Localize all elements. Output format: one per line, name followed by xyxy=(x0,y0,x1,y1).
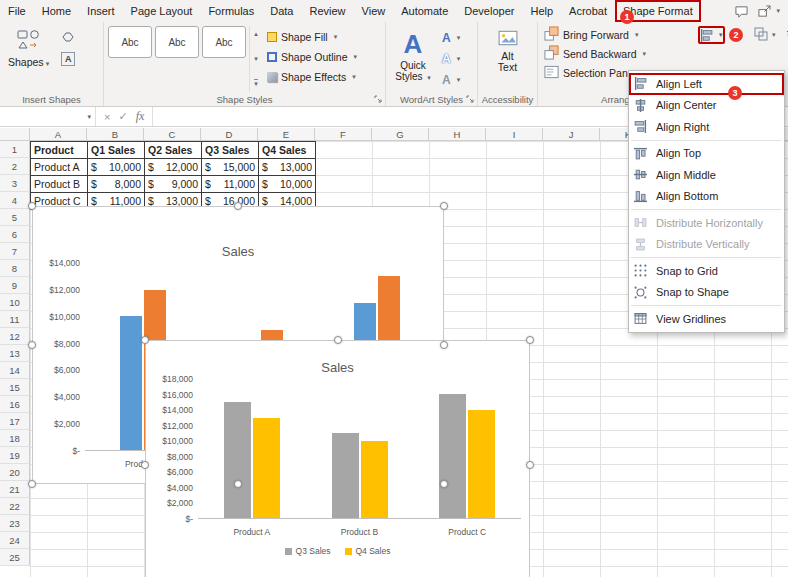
cell-product-a[interactable]: Product A xyxy=(31,159,88,176)
selection-handle[interactable] xyxy=(526,461,534,469)
wordart-dialog-launcher[interactable] xyxy=(465,94,475,104)
column-header-b[interactable]: B xyxy=(87,128,144,141)
shape-styles-dialog-launcher[interactable] xyxy=(373,94,383,104)
row-header-19[interactable]: 19 xyxy=(0,447,30,464)
bar-q4-sales-product-c[interactable] xyxy=(468,410,495,518)
menu-item-align-left[interactable]: Align Left3 xyxy=(629,73,784,95)
text-outline-button[interactable]: A▾ xyxy=(440,50,462,68)
selection-handle[interactable] xyxy=(28,341,36,349)
tab-formulas[interactable]: Formulas xyxy=(200,0,262,22)
row-header-10[interactable]: 10 xyxy=(0,294,30,311)
align-objects-button[interactable]: ▾ xyxy=(698,26,725,44)
shape-style-sample-2[interactable]: Abc xyxy=(155,26,199,58)
enter-icon[interactable]: ✓ xyxy=(118,110,127,123)
row-header-7[interactable]: 7 xyxy=(0,243,30,260)
edit-shape-button[interactable] xyxy=(57,27,79,47)
row-header-2[interactable]: 2 xyxy=(0,158,30,175)
tab-automate[interactable]: Automate xyxy=(393,0,456,22)
cell-value[interactable]: $10,000 xyxy=(259,176,316,193)
row-header-14[interactable]: 14 xyxy=(0,362,30,379)
shape-style-sample-3[interactable]: Abc xyxy=(202,26,246,58)
shape-effects-button[interactable]: Shape Effects ▾ xyxy=(265,68,359,86)
menu-item-align-bottom[interactable]: Align Bottom xyxy=(629,186,784,208)
select-all-corner[interactable] xyxy=(0,128,30,141)
bar-q3-sales-product-a[interactable] xyxy=(224,402,251,518)
table-header-q4-sales[interactable]: Q4 Sales xyxy=(259,142,316,159)
column-header-i[interactable]: I xyxy=(486,128,543,141)
tab-help[interactable]: Help xyxy=(522,0,561,22)
column-header-j[interactable]: J xyxy=(543,128,600,141)
menu-item-view-gridlines[interactable]: View Gridlines xyxy=(629,308,784,330)
row-header-4[interactable]: 4 xyxy=(0,192,30,209)
column-header-c[interactable]: C xyxy=(144,128,201,141)
shape-styles-more-button[interactable]: ▴▾▾ xyxy=(249,26,262,92)
tab-view[interactable]: View xyxy=(354,0,394,22)
row-header-1[interactable]: 1 xyxy=(0,141,30,158)
bar-q1-sales-product-a[interactable] xyxy=(120,316,142,450)
cancel-icon[interactable]: × xyxy=(104,111,110,123)
selection-handle[interactable] xyxy=(440,202,448,210)
name-box[interactable]: ▾ xyxy=(0,107,96,126)
tab-data[interactable]: Data xyxy=(262,0,301,22)
row-header-25[interactable]: 25 xyxy=(0,549,30,566)
menu-item-align-middle[interactable]: Align Middle xyxy=(629,164,784,186)
tab-insert[interactable]: Insert xyxy=(79,0,123,22)
alt-text-button[interactable]: Alt Text xyxy=(490,26,526,77)
column-header-a[interactable]: A xyxy=(30,128,87,141)
table-header-q1-sales[interactable]: Q1 Sales xyxy=(88,142,145,159)
comment-icon[interactable] xyxy=(734,5,749,18)
menu-item-snap-to-grid[interactable]: Snap to Grid xyxy=(629,260,784,282)
cell-value[interactable]: $12,000 xyxy=(145,159,202,176)
selection-handle[interactable] xyxy=(440,480,448,488)
cell-product-b[interactable]: Product B xyxy=(31,176,88,193)
row-header-17[interactable]: 17 xyxy=(0,413,30,430)
column-header-d[interactable]: D xyxy=(201,128,258,141)
table-header-q2-sales[interactable]: Q2 Sales xyxy=(145,142,202,159)
tab-file[interactable]: File xyxy=(0,0,34,22)
tab-home[interactable]: Home xyxy=(34,0,79,22)
shape-style-sample-1[interactable]: Abc xyxy=(108,26,152,58)
column-header-h[interactable]: H xyxy=(429,128,486,141)
text-effects-button[interactable]: A▾ xyxy=(440,71,462,89)
quick-styles-button[interactable]: A Quick Styles ▾ xyxy=(392,25,434,89)
bar-q3-sales-product-c[interactable] xyxy=(439,394,466,518)
bar-q3-sales-product-b[interactable] xyxy=(332,433,359,518)
row-header-18[interactable]: 18 xyxy=(0,430,30,447)
cell-value[interactable]: $9,000 xyxy=(145,176,202,193)
bar-q4-sales-product-a[interactable] xyxy=(253,418,280,518)
selection-handle[interactable] xyxy=(234,202,242,210)
text-fill-button[interactable]: A▾ xyxy=(440,29,462,47)
selection-handle[interactable] xyxy=(234,480,242,488)
menu-item-align-top[interactable]: Align Top xyxy=(629,143,784,165)
rotate-objects-button[interactable]: ↻ ▾ xyxy=(784,26,788,44)
front-chart[interactable]: Sales$-$2,000$4,000$6,000$8,000$10,000$1… xyxy=(145,340,530,577)
selection-handle[interactable] xyxy=(141,461,149,469)
table-header-product[interactable]: Product xyxy=(31,142,88,159)
row-header-22[interactable]: 22 xyxy=(0,498,30,515)
selection-handle[interactable] xyxy=(141,336,149,344)
selection-handle[interactable] xyxy=(440,341,448,349)
row-header-13[interactable]: 13 xyxy=(0,345,30,362)
cell-value[interactable]: $8,000 xyxy=(88,176,145,193)
row-header-11[interactable]: 11 xyxy=(0,311,30,328)
row-header-12[interactable]: 12 xyxy=(0,328,30,345)
selection-handle[interactable] xyxy=(526,336,534,344)
send-backward-button[interactable]: Send Backward ▾ xyxy=(542,44,648,63)
row-header-21[interactable]: 21 xyxy=(0,481,30,498)
insert-function-icon[interactable]: fx xyxy=(136,109,145,124)
column-header-e[interactable]: E xyxy=(258,128,315,141)
row-header-3[interactable]: 3 xyxy=(0,175,30,192)
menu-item-align-right[interactable]: Align Right xyxy=(629,116,784,138)
row-header-5[interactable]: 5 xyxy=(0,209,30,226)
row-header-9[interactable]: 9 xyxy=(0,277,30,294)
group-objects-button[interactable]: ▾ xyxy=(752,26,778,44)
row-header-6[interactable]: 6 xyxy=(0,226,30,243)
row-header-24[interactable]: 24 xyxy=(0,532,30,549)
shapes-button[interactable]: Shapes▾ xyxy=(4,25,53,72)
selection-handle[interactable] xyxy=(28,202,36,210)
tab-page-layout[interactable]: Page Layout xyxy=(123,0,201,22)
tab-review[interactable]: Review xyxy=(301,0,353,22)
selection-handle[interactable] xyxy=(28,480,36,488)
row-header-20[interactable]: 20 xyxy=(0,464,30,481)
row-header-16[interactable]: 16 xyxy=(0,396,30,413)
